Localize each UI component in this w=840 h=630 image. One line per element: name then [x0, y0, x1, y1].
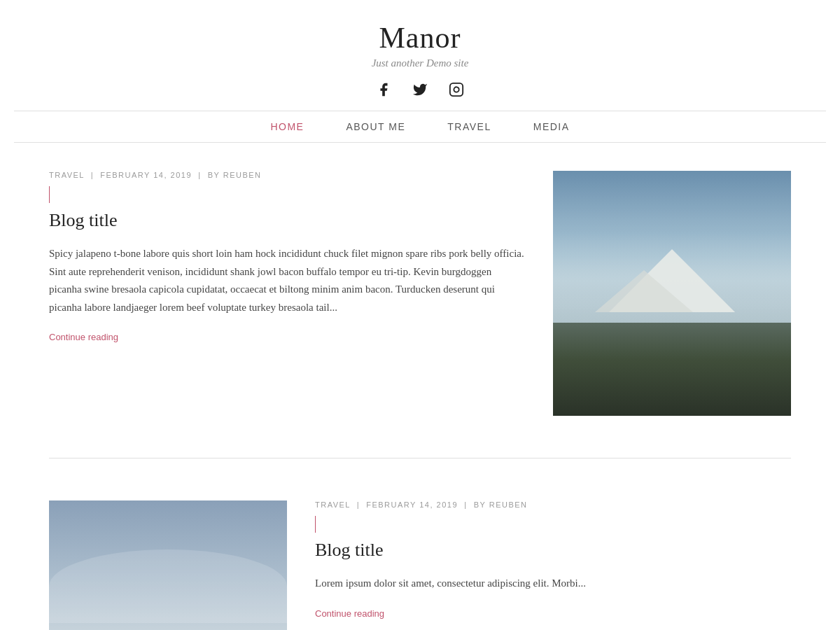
post-divider-line: [49, 458, 791, 458]
nav-item-about[interactable]: About Me: [346, 121, 405, 132]
blog-post-1: TRAVEL | FEBRUARY 14, 2019 | BY REUBEN B…: [49, 171, 791, 416]
post-image-1: [553, 171, 791, 416]
post-date-2: FEBRUARY 14, 2019: [366, 500, 458, 509]
twitter-icon[interactable]: [412, 82, 428, 101]
site-tagline: Just another Demo site: [14, 57, 826, 69]
instagram-icon[interactable]: [449, 82, 464, 101]
post-excerpt-2: Lorem ipsum dolor sit amet, consectetur …: [315, 575, 791, 593]
post-category-1: TRAVEL: [49, 171, 85, 179]
post-date-1: FEBRUARY 14, 2019: [100, 171, 192, 179]
nav-item-home[interactable]: Home: [270, 121, 304, 132]
facebook-icon[interactable]: [376, 82, 391, 101]
post-title-2: Blog title: [315, 540, 791, 561]
post-author-2: REUBEN: [489, 500, 528, 509]
blog-post-2: TRAVEL | FEBRUARY 14, 2019 | BY REUBEN B…: [49, 500, 791, 630]
nav-bar: Home About Me Travel Media: [14, 111, 826, 143]
post-meta-1: TRAVEL | FEBRUARY 14, 2019 | BY REUBEN: [49, 171, 525, 179]
post-divider-1: [49, 186, 50, 203]
post-meta-2: TRAVEL | FEBRUARY 14, 2019 | BY REUBEN: [315, 500, 791, 509]
main-content: TRAVEL | FEBRUARY 14, 2019 | BY REUBEN B…: [35, 143, 805, 630]
nav-item-media[interactable]: Media: [533, 121, 570, 132]
post-category-2: TRAVEL: [315, 500, 351, 509]
post-title-1: Blog title: [49, 210, 525, 231]
site-header: Manor Just another Demo site Home About …: [0, 0, 840, 143]
post-image-2: [49, 500, 287, 630]
continue-reading-1[interactable]: Continue reading: [49, 332, 118, 342]
post-image-box-2: [49, 500, 287, 630]
post-image-mountain: [553, 171, 791, 416]
continue-reading-2[interactable]: Continue reading: [315, 608, 384, 619]
post-author-1: REUBEN: [223, 171, 262, 179]
post-text-1: TRAVEL | FEBRUARY 14, 2019 | BY REUBEN B…: [49, 171, 525, 343]
post-image-box-1: [553, 171, 791, 416]
post-excerpt-1: Spicy jalapeno t-bone labore quis short …: [49, 245, 525, 316]
post-image-sky: [49, 500, 287, 630]
social-icons: [14, 82, 826, 101]
post-text-2: TRAVEL | FEBRUARY 14, 2019 | BY REUBEN B…: [315, 500, 791, 620]
nav-item-travel[interactable]: Travel: [447, 121, 491, 132]
site-title: Manor: [14, 21, 826, 55]
svg-rect-0: [450, 83, 463, 96]
post-divider-2: [315, 516, 316, 533]
